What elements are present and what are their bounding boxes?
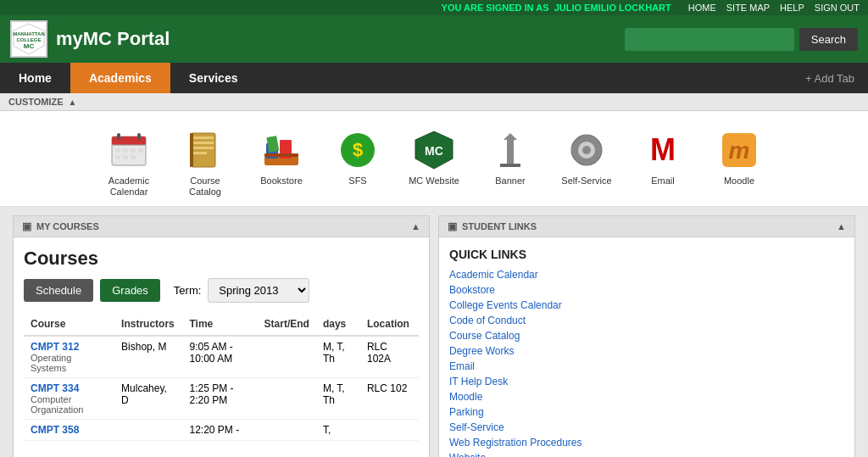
- schedule-button[interactable]: Schedule: [24, 279, 93, 302]
- quick-link[interactable]: Degree Works: [449, 345, 514, 357]
- app-icon-banner[interactable]: Banner: [481, 128, 540, 198]
- tab-home[interactable]: Home: [0, 63, 70, 93]
- search-button[interactable]: Search: [799, 28, 858, 51]
- courses-tbody: CMPT 312 Operating Systems Bishop, M 9:0…: [24, 336, 419, 441]
- student-links-panel-body: QUICK LINKS Academic CalendarBookstoreCo…: [439, 237, 854, 457]
- course-location-cell: [360, 420, 419, 441]
- quick-link[interactable]: Course Catalog: [449, 330, 520, 342]
- course-link[interactable]: CMPT 358: [31, 424, 79, 436]
- quick-link[interactable]: College Events Calendar: [449, 299, 562, 311]
- courses-panel-body: Courses Schedule Grades Term: Spring 201…: [14, 237, 429, 451]
- svg-rect-7: [137, 133, 141, 140]
- app-icon-sfs[interactable]: $ SFS: [328, 128, 387, 198]
- links-panel-collapse[interactable]: ▲: [837, 221, 846, 231]
- app-icon-mc-website[interactable]: MC MC Website: [404, 128, 464, 198]
- table-row: CMPT 312 Operating Systems Bishop, M 9:0…: [24, 336, 419, 378]
- course-link[interactable]: CMPT 312: [31, 341, 79, 353]
- list-item: Course Catalog: [449, 329, 844, 342]
- course-instructor-cell: [114, 420, 182, 441]
- list-item: Code of Conduct: [449, 314, 844, 326]
- svg-rect-15: [131, 155, 136, 159]
- quick-link[interactable]: Bookstore: [449, 284, 495, 296]
- help-link[interactable]: HELP: [780, 3, 804, 13]
- col-time: Time: [182, 313, 257, 336]
- search-area: Search: [625, 28, 858, 51]
- app-icon-email[interactable]: M Email: [633, 128, 693, 198]
- course-time-cell: 1:25 PM - 2:20 PM: [182, 378, 257, 420]
- grades-button[interactable]: Grades: [100, 279, 160, 302]
- quick-link[interactable]: Parking: [449, 406, 484, 418]
- list-item: Academic Calendar: [449, 268, 844, 281]
- term-select[interactable]: Spring 2013 Fall 2012 Summer 2013: [208, 278, 309, 303]
- quick-link[interactable]: Moodle: [449, 391, 482, 403]
- panel-icon-links: ▣: [448, 220, 457, 232]
- panels-container: ▣ MY COURSES ▲ Courses Schedule Grades T…: [0, 207, 868, 457]
- email-icon: M: [641, 128, 685, 172]
- svg-text:m: m: [729, 137, 750, 164]
- course-code-cell: CMPT 358: [24, 420, 114, 441]
- course-days-cell: M, T, Th: [316, 336, 360, 378]
- sign-out-link[interactable]: SIGN OUT: [815, 3, 860, 13]
- quick-link[interactable]: Self-Service: [449, 421, 504, 433]
- col-location: Location: [360, 313, 419, 336]
- customize-arrow[interactable]: ▲: [69, 98, 77, 107]
- course-days-cell: M, T, Th: [316, 378, 360, 420]
- courses-table: Course Instructors Time Start/End days L…: [24, 313, 419, 441]
- customize-bar: CUSTOMIZE ▲: [0, 93, 868, 111]
- svg-rect-19: [193, 147, 214, 149]
- quick-link[interactable]: Web Registration Procedures: [449, 437, 582, 449]
- svg-rect-20: [193, 152, 207, 154]
- tab-services[interactable]: Services: [170, 63, 257, 93]
- course-startend-cell: [258, 420, 316, 441]
- home-link[interactable]: HOME: [688, 3, 716, 13]
- app-icon-academic-calendar[interactable]: Academic Calendar: [99, 128, 159, 198]
- quick-link[interactable]: Email: [449, 360, 475, 372]
- academic-calendar-label: Academic Calendar: [99, 176, 159, 198]
- add-tab-button[interactable]: + Add Tab: [792, 64, 868, 93]
- quick-link[interactable]: IT Help Desk: [449, 376, 508, 387]
- app-icon-moodle[interactable]: m Moodle: [709, 128, 769, 198]
- svg-rect-21: [190, 133, 193, 167]
- svg-rect-13: [115, 155, 120, 159]
- svg-text:MANHATTAN: MANHATTAN: [13, 31, 44, 36]
- svg-rect-6: [117, 133, 120, 140]
- svg-text:MC: MC: [24, 42, 35, 50]
- search-input[interactable]: [625, 28, 794, 51]
- course-link[interactable]: CMPT 334: [31, 382, 79, 394]
- svg-rect-10: [123, 148, 128, 153]
- app-icons-section: Academic Calendar Course Catalog: [0, 111, 868, 207]
- quick-link[interactable]: Code of Conduct: [449, 315, 526, 326]
- email-label: Email: [651, 176, 675, 187]
- quick-link[interactable]: Website: [449, 452, 486, 457]
- svg-rect-39: [597, 148, 602, 152]
- app-icon-bookstore[interactable]: Bookstore: [252, 128, 311, 198]
- student-links-label: STUDENT LINKS: [462, 221, 537, 231]
- student-links-panel: ▣ STUDENT LINKS ▲ QUICK LINKS Academic C…: [438, 215, 855, 457]
- my-courses-panel: ▣ MY COURSES ▲ Courses Schedule Grades T…: [13, 215, 430, 457]
- app-icon-course-catalog[interactable]: Course Catalog: [175, 128, 235, 198]
- list-item: Self-Service: [449, 421, 844, 433]
- courses-panel-collapse[interactable]: ▲: [411, 221, 420, 231]
- academic-calendar-icon: [107, 128, 151, 172]
- col-startend: Start/End: [258, 313, 316, 336]
- svg-point-35: [582, 146, 591, 154]
- self-service-label: Self-Service: [561, 176, 611, 187]
- banner-icon: [488, 128, 532, 172]
- svg-rect-14: [123, 155, 128, 159]
- course-time-cell: 12:20 PM -: [182, 420, 257, 441]
- app-icon-self-service[interactable]: Self-Service: [557, 128, 616, 198]
- list-item: Email: [449, 359, 844, 372]
- course-catalog-icon: [183, 128, 227, 172]
- list-item: Degree Works: [449, 344, 844, 357]
- site-map-link[interactable]: SITE MAP: [726, 3, 770, 13]
- list-item: Moodle: [449, 390, 844, 403]
- tab-academics[interactable]: Academics: [70, 63, 170, 93]
- svg-rect-18: [193, 142, 214, 144]
- bookstore-label: Bookstore: [260, 176, 303, 187]
- col-course: Course: [24, 313, 114, 336]
- quick-link[interactable]: Academic Calendar: [449, 269, 538, 281]
- course-startend-cell: [258, 336, 316, 378]
- course-instructor-cell: Bishop, M: [114, 336, 182, 378]
- course-instructor-cell: Mulcahey, D: [114, 378, 182, 420]
- svg-rect-38: [571, 148, 576, 152]
